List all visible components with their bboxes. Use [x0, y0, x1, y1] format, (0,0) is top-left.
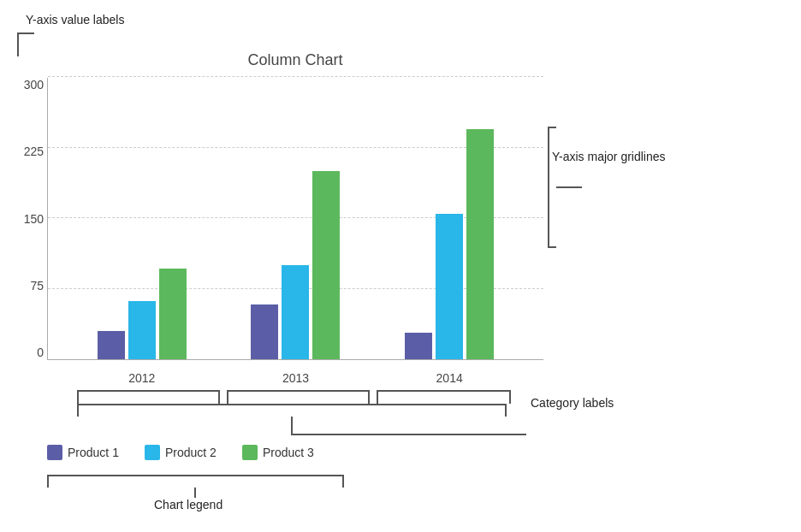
x-label-2013: 2013 — [261, 371, 329, 385]
chart-title: Column Chart — [47, 51, 543, 69]
y-label-0: 0 — [14, 346, 44, 359]
chart-wrapper: Column Chart 0 75 150 225 300 — [47, 51, 543, 385]
bar-2012-product2 — [128, 301, 156, 359]
bar-2013-product2 — [282, 265, 309, 359]
cat-sub-bracket-2012-right — [218, 390, 220, 404]
bar-groups — [48, 78, 543, 359]
cat-bracket-top — [77, 404, 505, 405]
legend-bracket-left — [47, 475, 49, 488]
bar-group-2014 — [405, 129, 494, 359]
cat-sub-bracket-2013-top — [227, 390, 368, 392]
bar-2014-product3 — [466, 129, 494, 359]
y-label-75: 75 — [14, 279, 44, 293]
cat-sub-bracket-2014-right — [509, 390, 511, 404]
cat-bracket-right — [505, 404, 507, 417]
gridlines-bracket-bottom — [548, 246, 556, 248]
chart-legend: Product 1 Product 2 Product 3 — [47, 445, 314, 460]
chart-legend-annotation: Chart legend — [154, 498, 222, 511]
legend-bracket-top — [47, 475, 342, 476]
bar-2014-product2 — [436, 214, 463, 359]
bar-2013-product3 — [312, 171, 340, 359]
y-axis-bracket-horizontal — [17, 33, 34, 34]
y-axis-bracket-vertical — [17, 33, 19, 56]
legend-bracket-right — [342, 475, 344, 488]
legend-item-product3: Product 3 — [242, 445, 314, 460]
chart-area: 0 75 150 225 300 — [47, 78, 543, 360]
legend-label-product1: Product 1 — [68, 446, 119, 459]
legend-item-product1: Product 1 — [47, 445, 119, 460]
y-label-150: 150 — [14, 212, 44, 226]
bar-2012-product1 — [98, 331, 125, 359]
cat-sub-bracket-2013-left — [227, 390, 228, 404]
legend-item-product2: Product 2 — [145, 445, 217, 460]
y-axis-labels: 0 75 150 225 300 — [14, 78, 44, 359]
y-axis-value-labels-annotation: Y-axis value labels — [26, 13, 124, 27]
bar-2014-product1 — [405, 333, 432, 359]
legend-bracket-mid — [194, 488, 196, 498]
legend-swatch-product3 — [242, 445, 258, 460]
gridlines-bracket-vertical — [548, 127, 549, 246]
cat-sub-bracket-2014-left — [377, 390, 378, 404]
cat-bracket-mid — [291, 417, 293, 434]
legend-swatch-product2 — [145, 445, 160, 460]
gridlines-bracket-top — [548, 127, 556, 128]
bar-group-2012 — [98, 269, 187, 359]
legend-label-product3: Product 3 — [263, 446, 314, 459]
gridline-300 — [48, 76, 543, 77]
x-label-2012: 2012 — [108, 371, 176, 385]
cat-bracket-to-annotation — [291, 434, 526, 435]
cat-bracket-left — [77, 404, 79, 417]
gridlines-bracket-horiz — [556, 186, 582, 188]
x-label-2014: 2014 — [415, 371, 484, 385]
bar-2012-product3 — [159, 269, 187, 359]
y-axis-gridlines-annotation: Y-axis major gridlines — [552, 150, 666, 163]
cat-sub-bracket-2012-left — [77, 390, 79, 404]
cat-sub-bracket-2013-right — [368, 390, 370, 404]
y-label-300: 300 — [14, 78, 44, 92]
bar-2013-product1 — [251, 304, 278, 359]
cat-sub-bracket-2014-top — [377, 390, 509, 392]
legend-label-product2: Product 2 — [165, 446, 217, 459]
bar-group-2013 — [251, 171, 340, 359]
page-container: Y-axis value labels Column Chart 0 75 15… — [0, 0, 801, 532]
legend-swatch-product1 — [47, 445, 62, 460]
y-label-225: 225 — [14, 145, 44, 158]
cat-sub-bracket-2012-top — [77, 390, 218, 392]
x-axis-labels: 2012 2013 2014 — [48, 371, 543, 385]
category-labels-annotation: Category labels — [531, 396, 614, 410]
